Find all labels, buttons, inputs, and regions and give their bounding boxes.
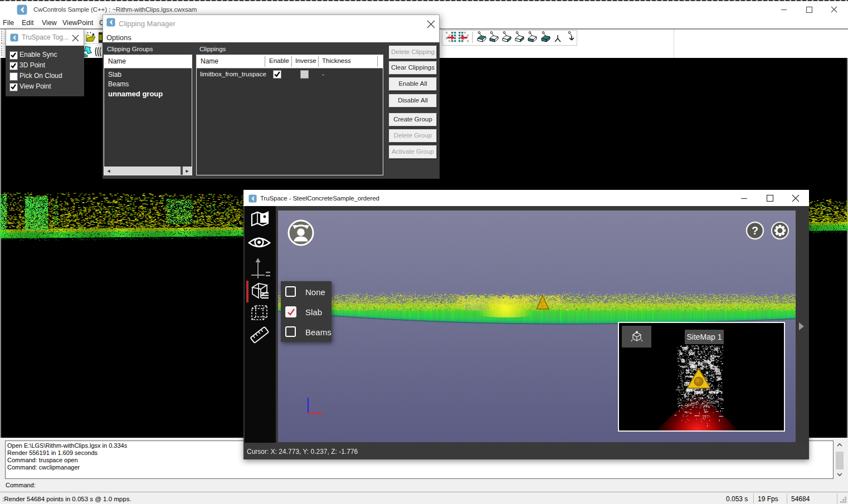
svg-text:?: ?	[752, 224, 758, 237]
